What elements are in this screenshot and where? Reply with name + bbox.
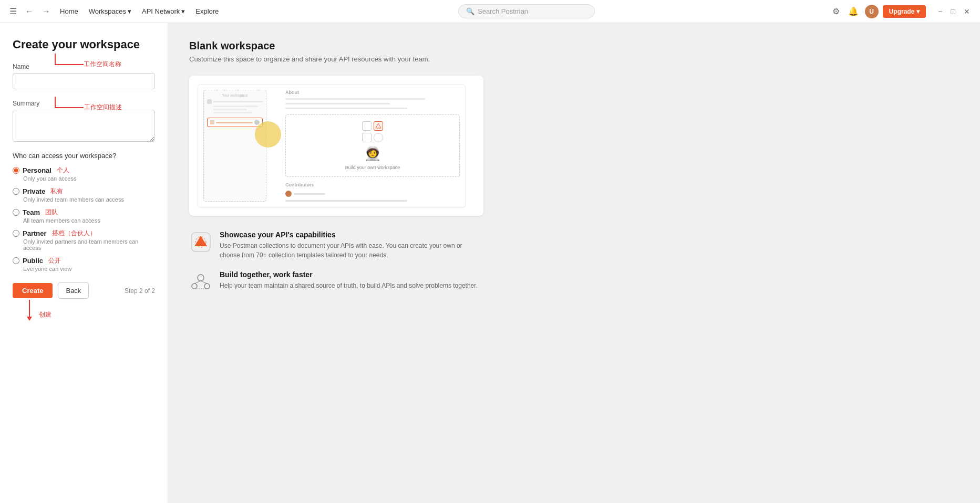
- summary-input[interactable]: [13, 110, 155, 142]
- radio-public[interactable]: [13, 257, 19, 264]
- back-form-button[interactable]: Back: [58, 282, 89, 299]
- step-text: Step 2 of 2: [125, 287, 155, 295]
- radio-group: Personal 个人 Only you can access Private …: [13, 166, 155, 272]
- titlebar-right: ⚙ 🔔 U Upgrade ▾ − □ ✕: [830, 4, 974, 18]
- window-controls: − □ ✕: [934, 5, 974, 18]
- showcase-text: Showcase your API's capabilities Use Pos…: [220, 230, 483, 260]
- build-desc: Help your team maintain a shared source …: [220, 281, 483, 290]
- radio-item-private: Private 私有 Only invited team members can…: [13, 187, 155, 203]
- home-nav-button[interactable]: Home: [56, 5, 82, 17]
- radio-team-label: Team: [23, 208, 40, 216]
- workspaces-chevron-icon: ▾: [128, 7, 131, 15]
- back-button[interactable]: ←: [22, 5, 37, 18]
- search-icon: 🔍: [466, 7, 474, 15]
- radio-private-cn: 私有: [50, 187, 63, 196]
- radio-personal-label: Personal: [23, 166, 51, 174]
- svg-line-8: [201, 281, 207, 284]
- radio-team-cn: 团队: [45, 208, 58, 217]
- astronaut-icon: 🧑‍🚀: [364, 145, 381, 162]
- radio-item-team: Team 团队 All team members can access: [13, 208, 155, 224]
- radio-personal-desc: Only you can access: [23, 175, 155, 182]
- create-button[interactable]: Create: [13, 283, 53, 298]
- radio-public-desc: Everyone can view: [23, 266, 155, 272]
- access-question-wrap: Who can access your workspace? 谁可以访问你的工作…: [13, 152, 155, 160]
- minimize-button[interactable]: −: [934, 5, 946, 18]
- main-layout: Create your workspace Name 工作空间名称 Summar…: [0, 23, 980, 503]
- upgrade-chevron-icon: ▾: [916, 8, 920, 15]
- name-form-group: Name 工作空间名称: [13, 63, 155, 89]
- radio-personal[interactable]: [13, 167, 19, 174]
- feature-item-showcase: Showcase your API's capabilities Use Pos…: [189, 230, 483, 260]
- radio-public-cn: 公开: [48, 256, 61, 265]
- radio-personal-cn: 个人: [57, 166, 69, 175]
- feature-list: Showcase your API's capabilities Use Pos…: [189, 230, 483, 294]
- svg-line-7: [194, 281, 201, 284]
- radio-private-label: Private: [23, 187, 45, 195]
- radio-public-label: Public: [23, 257, 43, 265]
- radio-team[interactable]: [13, 209, 19, 216]
- name-input[interactable]: [13, 73, 155, 89]
- access-question-text: Who can access your workspace?: [13, 152, 155, 160]
- radio-item-public: Public 公开 Everyone can view: [13, 256, 155, 272]
- build-text-wrap: Build together, work faster Help your te…: [220, 270, 483, 290]
- radio-partner-label: Partner: [23, 229, 47, 237]
- svg-point-5: [192, 284, 197, 289]
- showcase-icon: [189, 230, 212, 254]
- preview-workspace-label: Your workspace: [207, 93, 263, 97]
- left-panel: Create your workspace Name 工作空间名称 Summar…: [0, 23, 168, 503]
- summary-form-group: Summary 工作空间描述: [13, 100, 155, 143]
- radio-private-desc: Only invited team members can access: [23, 196, 155, 203]
- radio-private[interactable]: [13, 188, 19, 195]
- search-bar: 🔍 Search Postman: [227, 4, 826, 18]
- right-panel: Blank workspace Customize this space to …: [168, 23, 980, 503]
- contributors-label: Contributors: [285, 182, 460, 187]
- radio-partner-cn: 搭档（合伙人）: [52, 229, 96, 238]
- radio-team-desc: All team members can access: [23, 217, 155, 224]
- left-panel-inner: Create your workspace Name 工作空间名称 Summar…: [13, 38, 155, 326]
- forward-button[interactable]: →: [39, 5, 54, 18]
- hamburger-menu-button[interactable]: ☰: [6, 4, 20, 18]
- radio-item-personal: Personal 个人 Only you can access: [13, 166, 155, 182]
- avatar[interactable]: U: [865, 5, 879, 18]
- api-network-nav-button[interactable]: API Network ▾: [138, 5, 189, 17]
- search-input-wrap[interactable]: 🔍 Search Postman: [458, 4, 595, 18]
- showcase-icon-wrap: [189, 230, 212, 254]
- actions-row: Create Back Step 2 of 2: [13, 282, 155, 299]
- maximize-button[interactable]: □: [947, 5, 959, 18]
- build-title: Build together, work faster: [220, 270, 483, 279]
- name-label: Name: [13, 63, 155, 70]
- radio-partner[interactable]: [13, 230, 19, 237]
- workspaces-nav-button[interactable]: Workspaces ▾: [85, 5, 136, 17]
- showcase-title: Showcase your API's capabilities: [220, 230, 483, 239]
- feature-item-build: Build together, work faster Help your te…: [189, 270, 483, 294]
- radio-item-partner: Partner 搭档（合伙人） Only invited partners an…: [13, 229, 155, 251]
- workspace-desc: Customize this space to organize and sha…: [189, 55, 959, 63]
- showcase-desc: Use Postman collections to document your…: [220, 241, 483, 260]
- close-button[interactable]: ✕: [960, 5, 974, 18]
- workspace-title: Blank workspace: [189, 40, 959, 52]
- page-title: Create your workspace: [13, 38, 155, 51]
- svg-point-4: [198, 275, 204, 281]
- api-network-chevron-icon: ▾: [181, 7, 185, 15]
- create-annotation: 创建: [13, 300, 155, 326]
- about-label: About: [285, 90, 460, 95]
- build-text: Build your own workspace: [345, 165, 400, 170]
- svg-marker-0: [376, 123, 381, 128]
- search-placeholder-text: Search Postman: [478, 7, 528, 15]
- settings-button[interactable]: ⚙: [830, 4, 842, 18]
- upgrade-button[interactable]: Upgrade ▾: [883, 5, 926, 18]
- create-ann-text: 创建: [39, 310, 51, 319]
- explore-nav-button[interactable]: Explore: [191, 5, 223, 17]
- preview-card: Your workspace: [189, 76, 483, 216]
- svg-point-6: [204, 284, 210, 289]
- build-icon-wrap: [189, 270, 212, 294]
- notifications-button[interactable]: 🔔: [846, 4, 861, 18]
- nav-controls: ☰ ← → Home Workspaces ▾ API Network ▾ Ex…: [6, 4, 223, 18]
- radio-partner-desc: Only invited partners and team members c…: [23, 238, 155, 251]
- build-icon: [189, 270, 212, 294]
- titlebar: ☰ ← → Home Workspaces ▾ API Network ▾ Ex…: [0, 0, 980, 23]
- summary-label: Summary: [13, 100, 155, 107]
